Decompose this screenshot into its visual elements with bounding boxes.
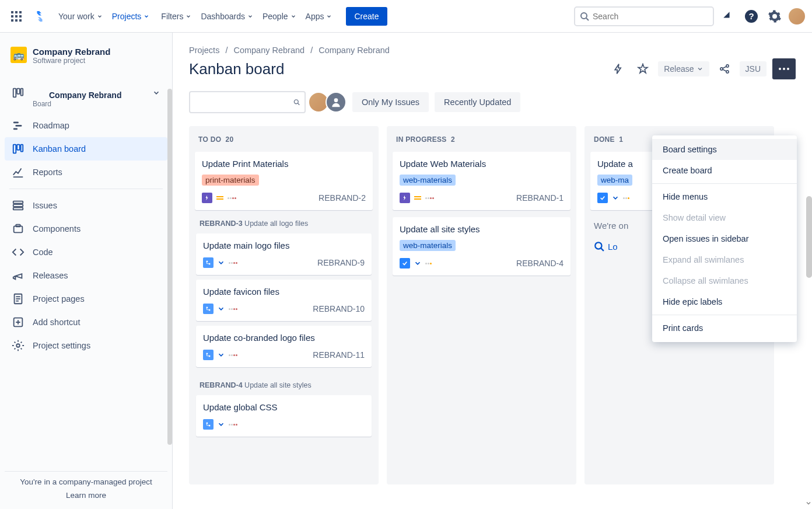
svg-point-43 <box>334 98 338 102</box>
breadcrumb-item[interactable]: Company Rebrand <box>233 46 304 55</box>
global-search[interactable] <box>574 6 714 26</box>
subtask-parent[interactable]: REBRAND-4 Update all site styles <box>194 376 374 393</box>
svg-rect-53 <box>209 425 211 427</box>
breadcrumb-item[interactable]: Company Rebrand <box>318 46 390 55</box>
nav-projects[interactable]: Projects <box>107 8 157 25</box>
svg-rect-48 <box>206 307 208 309</box>
svg-rect-4 <box>15 15 18 18</box>
menu-hide-menus[interactable]: Hide menus <box>652 186 797 207</box>
board-search[interactable] <box>189 91 306 113</box>
sidebar-roadmap[interactable]: Roadmap <box>5 114 167 137</box>
jsu-button[interactable]: JSU <box>740 61 766 76</box>
svg-rect-19 <box>13 145 16 154</box>
board-name: Company Rebrand <box>33 78 144 100</box>
svg-rect-49 <box>209 309 211 311</box>
filter-recently-updated[interactable]: Recently Updated <box>435 92 520 112</box>
jira-logo-icon[interactable] <box>33 9 47 23</box>
user-avatar[interactable] <box>789 8 805 25</box>
board-search-input[interactable] <box>195 98 293 107</box>
chevron-down-icon <box>152 89 160 97</box>
issue-card[interactable]: Update Web Materials web-materials REBRA… <box>393 152 570 210</box>
menu-collapse-all-swimlanes: Collapse all swimlanes <box>652 270 797 291</box>
search-input[interactable] <box>593 12 708 21</box>
star-icon[interactable] <box>634 60 652 78</box>
svg-line-10 <box>586 18 589 20</box>
card-title: Update main logo files <box>203 240 365 250</box>
avatar-unassigned[interactable] <box>326 92 346 113</box>
automation-icon[interactable] <box>609 60 628 78</box>
subtask-parent[interactable]: REBRAND-3 Update all logo files <box>194 215 374 231</box>
svg-point-56 <box>595 242 601 249</box>
settings-icon[interactable] <box>765 7 784 26</box>
card-title: Update all site styles <box>400 224 564 234</box>
board-icon <box>12 86 24 99</box>
sidebar-add-shortcut[interactable]: Add shortcut <box>5 311 167 334</box>
menu-create-board[interactable]: Create board <box>652 160 797 181</box>
issue-card[interactable]: Update favicon files REBRAND-10 <box>196 280 372 321</box>
sidebar-project-pages[interactable]: Project pages <box>5 287 167 311</box>
issue-card[interactable]: Update all site styles web-materials REB… <box>393 217 570 276</box>
components-icon <box>12 222 24 235</box>
svg-line-42 <box>298 103 300 105</box>
main-scrollbar[interactable] <box>806 196 812 278</box>
sidebar-releases[interactable]: Releases <box>5 264 167 287</box>
card-title: Update global CSS <box>203 402 365 412</box>
svg-rect-46 <box>206 261 208 263</box>
page-title: Kanban board <box>189 60 284 78</box>
filter-only-my-issues[interactable]: Only My Issues <box>352 92 429 112</box>
sidebar-issues[interactable]: Issues <box>5 194 167 217</box>
assignee-filter[interactable] <box>312 92 346 113</box>
breadcrumb-item[interactable]: Projects <box>189 46 219 55</box>
pages-icon <box>12 292 24 305</box>
board-sublabel: Board <box>33 100 144 108</box>
notifications-icon[interactable] <box>719 7 737 26</box>
nav-your-work[interactable]: Your work <box>54 8 107 25</box>
sidebar-kanban-board[interactable]: Kanban board <box>5 137 167 161</box>
sidebar-components[interactable]: Components <box>5 217 167 240</box>
svg-point-9 <box>581 13 587 19</box>
sidebar-learn-more-link[interactable]: Learn more <box>12 491 160 500</box>
svg-point-40 <box>787 68 789 70</box>
reports-icon <box>12 166 24 179</box>
svg-rect-7 <box>15 19 18 22</box>
svg-rect-1 <box>15 11 18 13</box>
scroll-down-icon[interactable] <box>805 500 812 507</box>
sidebar-code[interactable]: Code <box>5 240 167 264</box>
svg-rect-2 <box>19 11 22 13</box>
issue-card[interactable]: Update main logo files REBRAND-9 <box>196 233 372 275</box>
topbar: Your workProjectsFiltersDashboardsPeople… <box>0 0 812 33</box>
main-content: Projects/Company Rebrand/Company Rebrand… <box>173 33 812 509</box>
menu-board-settings[interactable]: Board settings <box>652 139 797 160</box>
issue-card[interactable]: Update Print Materials print-materials R… <box>195 152 373 210</box>
nav-people[interactable]: People <box>258 8 301 25</box>
nav-dashboards[interactable]: Dashboards <box>196 8 258 25</box>
column-header: IN PROGRESS 2 <box>390 132 573 149</box>
help-icon[interactable]: ? <box>742 7 761 26</box>
issue-card[interactable]: Update global CSS <box>196 395 372 437</box>
project-name: Company Rebrand <box>33 47 110 57</box>
more-menu-button[interactable] <box>772 58 796 79</box>
shortcut-icon <box>12 316 24 329</box>
nav-apps[interactable]: Apps <box>301 8 337 25</box>
menu-hide-epic-labels[interactable]: Hide epic labels <box>652 291 797 312</box>
project-icon: 🚌 <box>10 47 27 63</box>
svg-line-36 <box>722 67 726 68</box>
sidebar-project-settings[interactable]: Project settings <box>5 334 167 357</box>
nav-filters[interactable]: Filters <box>156 8 196 25</box>
card-title: Update Print Materials <box>202 159 366 169</box>
issue-card[interactable]: Update co-branded logo files REBRAND-11 <box>196 326 372 367</box>
create-button[interactable]: Create <box>346 7 387 26</box>
sidebar-scrollbar[interactable] <box>167 89 172 445</box>
app-switcher-icon[interactable] <box>7 7 26 26</box>
roadmap-icon <box>12 119 24 132</box>
menu-print-cards[interactable]: Print cards <box>652 318 797 339</box>
menu-open-issues-in-sidebar[interactable]: Open issues in sidebar <box>652 228 797 249</box>
board-selector[interactable]: Company Rebrand Board <box>5 74 167 114</box>
share-icon[interactable] <box>715 60 734 78</box>
sidebar-reports[interactable]: Reports <box>5 161 167 184</box>
release-button[interactable]: Release <box>658 61 709 76</box>
board-more-menu: Board settingsCreate boardHide menusShow… <box>652 135 797 342</box>
code-icon <box>12 246 24 259</box>
svg-rect-5 <box>19 15 22 18</box>
column-header: TO DO 20 <box>192 132 375 149</box>
